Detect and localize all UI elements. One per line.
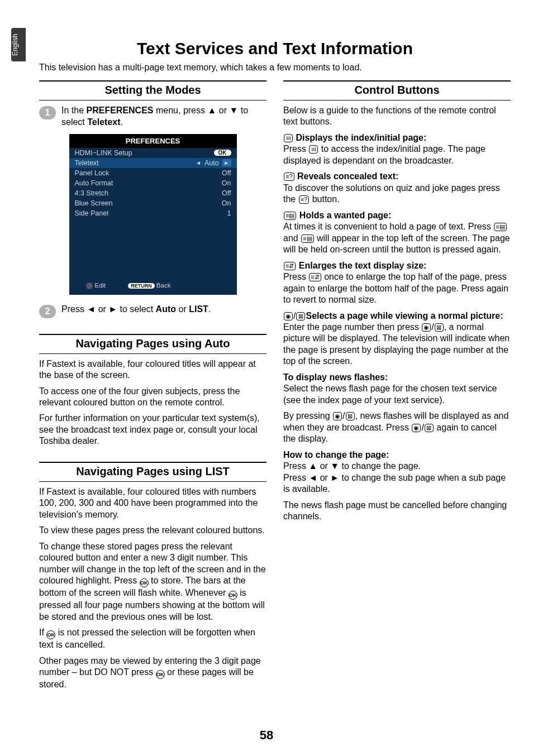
osd-value: 1 xyxy=(227,209,231,217)
nav-auto-heading: Navigating Pages using Auto xyxy=(39,337,266,350)
t: button. xyxy=(310,194,339,204)
enlarge-section: ≡⇵ Enlarges the text display size: Press… xyxy=(283,260,511,306)
text-reveal-icon: ≡? xyxy=(284,173,294,181)
t: and xyxy=(283,233,301,243)
text-clock-icon: ◉ xyxy=(412,424,421,432)
index-title: Displays the index/initial page: xyxy=(293,133,426,142)
osd-label: Panel Lock xyxy=(75,169,110,177)
news-flash-p2: By pressing ◉/⊠, news flashes will be di… xyxy=(283,410,511,444)
page-number: 58 xyxy=(0,728,533,743)
t: Auto xyxy=(156,304,176,314)
ok-pill: OK xyxy=(214,150,231,156)
setting-modes-heading: Setting the Modes xyxy=(39,84,266,97)
reveal-title: Reveals concealed text: xyxy=(295,171,399,181)
osd-edit-label: Edit xyxy=(95,282,106,289)
auto-p2: To access one of the four given subjects… xyxy=(39,386,266,409)
ok-icon: OK xyxy=(140,578,149,587)
page-title: Text Services and Text Information xyxy=(39,39,511,58)
list-p2: To view these pages press the relevant c… xyxy=(39,525,266,536)
osd-preferences-menu: PREFERENCES HDMI−LINK Setup OK Teletext … xyxy=(69,134,237,295)
left-arrow-icon: ◄ xyxy=(196,160,201,166)
osd-value: On xyxy=(222,179,231,187)
text-cancel-icon: ⊠ xyxy=(425,424,434,432)
right-arrow-icon: ► xyxy=(222,159,231,166)
enlarge-title: Enlarges the text display size: xyxy=(296,261,426,270)
osd-title: PREFERENCES xyxy=(69,134,237,148)
t: will appear in the top left of the scree… xyxy=(283,233,510,254)
t: . xyxy=(208,304,211,314)
hold-section: ≡▤ Holds a wanted page: At times it is c… xyxy=(283,210,511,256)
t: Press xyxy=(283,144,308,154)
text-cancel-icon: ⊠ xyxy=(435,323,444,332)
control-intro: Below is a guide to the functions of the… xyxy=(283,105,511,128)
auto-p3: For further information on your particul… xyxy=(39,413,266,447)
list-p5: Other pages may be viewed by entering th… xyxy=(39,655,266,691)
osd-row-bluescreen: Blue ScreenOn xyxy=(69,198,237,208)
t: If xyxy=(39,628,46,637)
t: . xyxy=(121,117,123,127)
t: Press ▲ or ▼ to change the page. xyxy=(283,461,421,471)
osd-value: Off xyxy=(222,189,231,197)
osd-label: Teletext xyxy=(75,159,99,167)
text-cancel-icon: ⊠ xyxy=(296,312,305,320)
auto-p1: If Fastext is available, four coloured t… xyxy=(39,358,266,381)
list-p1: If Fastext is available, four coloured t… xyxy=(39,486,266,520)
reveal-section: ≡? Reveals concealed text: To discover t… xyxy=(283,171,511,205)
change-page-section: How to change the page: Press ▲ or ▼ to … xyxy=(283,449,511,495)
text-index-icon: ≡i xyxy=(309,145,318,154)
osd-row-teletext: Teletext ◄Auto► xyxy=(69,158,237,168)
osd-value: On xyxy=(222,199,231,207)
text-hold-icon: ≡▤ xyxy=(301,235,313,243)
osd-row-autoformat: Auto FormatOn xyxy=(69,178,237,188)
osd-value: Off xyxy=(222,169,231,177)
t: Enter the page number then press xyxy=(283,322,421,332)
intro-text: This television has a multi-page text me… xyxy=(39,63,511,73)
step-badge-2: 2 xyxy=(39,305,56,318)
text-cancel-icon: ⊠ xyxy=(346,412,355,420)
select-page-section: ◉/⊠Selects a page while viewing a normal… xyxy=(283,310,511,367)
t: is not pressed the selection will be for… xyxy=(39,628,255,649)
index-page-section: ≡i Displays the index/initial page: Pres… xyxy=(283,132,511,166)
select-title: Selects a page while viewing a normal pi… xyxy=(306,311,503,320)
t: LIST xyxy=(189,304,208,314)
t: Press ◄ or ► to select xyxy=(61,304,156,314)
list-p4: If OK is not pressed the selection will … xyxy=(39,627,266,650)
control-buttons-heading: Control Buttons xyxy=(283,84,511,97)
step-1-text: In the PREFERENCES menu, press ▲ or ▼ to… xyxy=(61,105,266,128)
osd-value: Auto xyxy=(204,159,219,167)
t: Press xyxy=(283,272,308,281)
osd-label: Side Panel xyxy=(75,209,108,217)
t: Press ◄ or ► to change the sub page when… xyxy=(283,473,506,494)
list-p3: To change these stored pages press the r… xyxy=(39,541,266,623)
text-reveal-icon: ≡? xyxy=(299,195,310,204)
ok-icon: OK xyxy=(229,591,237,600)
osd-label: 4:3 Stretch xyxy=(75,189,108,197)
osd-footer: Edit RETURNBack xyxy=(69,280,237,291)
osd-back-label: Back xyxy=(156,282,171,289)
osd-row-sidepanel: Side Panel1 xyxy=(69,208,237,218)
nav-list-heading: Navigating Pages using LIST xyxy=(39,465,266,478)
news-title: To display news flashes: xyxy=(283,372,388,382)
t: At times it is convenient to hold a page… xyxy=(283,222,493,231)
left-column: Setting the Modes 1 In the PREFERENCES m… xyxy=(39,80,266,695)
return-pill: RETURN xyxy=(128,283,155,289)
news-flash-section: To display news flashes: Select the news… xyxy=(283,372,511,406)
ok-icon: OK xyxy=(46,630,55,639)
osd-label: Blue Screen xyxy=(75,199,113,207)
step-badge-1: 1 xyxy=(39,106,56,119)
text-hold-icon: ≡▤ xyxy=(284,212,296,220)
osd-row-43stretch: 4:3 StretchOff xyxy=(69,188,237,198)
step-1: 1 In the PREFERENCES menu, press ▲ or ▼ … xyxy=(39,105,266,128)
osd-row-panellock: Panel LockOff xyxy=(69,168,237,178)
hold-title: Holds a wanted page: xyxy=(297,210,391,220)
text-clock-icon: ◉ xyxy=(284,312,293,320)
ok-icon: OK xyxy=(156,670,165,679)
osd-row-hdmi: HDMI−LINK Setup OK xyxy=(69,148,237,158)
osd-label: HDMI−LINK Setup xyxy=(75,149,132,157)
language-tab: English xyxy=(11,28,26,61)
change-title: How to change the page: xyxy=(283,450,389,460)
t: Select the news flash page for the chose… xyxy=(283,384,497,404)
osd-label: Auto Format xyxy=(75,179,113,187)
text-clock-icon: ◉ xyxy=(333,412,342,420)
t: By pressing xyxy=(283,411,332,420)
